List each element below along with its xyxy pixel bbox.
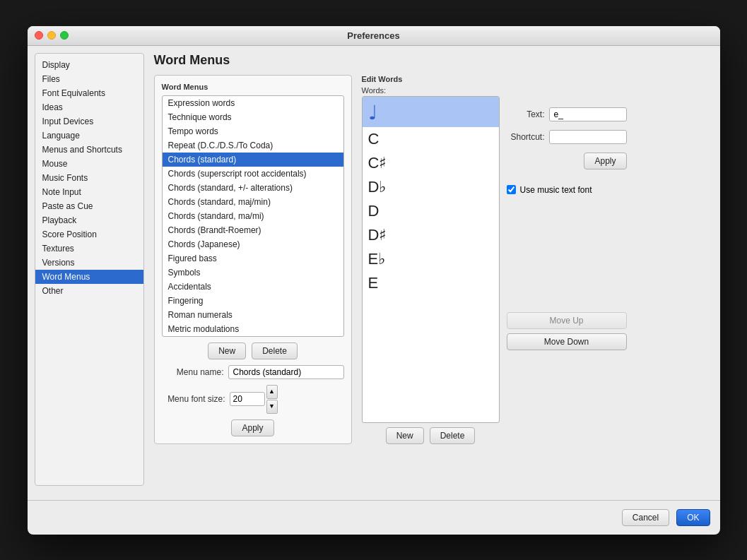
apply-word-button[interactable]: Apply: [584, 153, 626, 169]
words-list[interactable]: ♩CC♯D♭DD♯E♭E: [362, 96, 500, 423]
menu-font-size-label: Menu font size:: [162, 394, 225, 404]
move-up-button[interactable]: Move Up: [507, 312, 627, 329]
word-edit-controls: Text: Shortcut: Apply: [507, 86, 627, 444]
word-list-item[interactable]: D♭: [363, 175, 499, 199]
cancel-button[interactable]: Cancel: [622, 509, 669, 526]
menu-list-item[interactable]: Fingering: [163, 294, 343, 308]
menu-list-item[interactable]: Chords (standard): [163, 153, 343, 167]
sidebar-item-versions[interactable]: Versions: [35, 256, 143, 270]
sidebar: DisplayFilesFont EquivalentsIdeasInput D…: [35, 53, 144, 486]
menu-list-item[interactable]: Chords (standard, +/- alterations): [163, 181, 343, 195]
page-title: Word Menus: [154, 53, 713, 68]
sidebar-item-mouse[interactable]: Mouse: [35, 157, 143, 171]
shortcut-input[interactable]: [549, 130, 627, 144]
new-word-button[interactable]: New: [386, 427, 424, 444]
font-size-input[interactable]: [230, 392, 265, 406]
menu-font-size-row: Menu font size: ▲ ▼: [162, 385, 344, 414]
sidebar-item-playback[interactable]: Playback: [35, 213, 143, 227]
menu-name-label: Menu name:: [162, 367, 224, 377]
menu-list-item[interactable]: Repeat (D.C./D.S./To Coda): [163, 138, 343, 153]
font-size-spinner: ▲ ▼: [230, 385, 278, 414]
word-list-item[interactable]: D♯: [363, 223, 499, 247]
menu-list-item[interactable]: Chords (standard, maj/min): [163, 195, 343, 209]
music-text-font-row: Use music text font: [507, 185, 627, 195]
sidebar-item-display[interactable]: Display: [35, 58, 143, 72]
sidebar-item-music-fonts[interactable]: Music Fonts: [35, 171, 143, 185]
word-list-item[interactable]: E: [363, 271, 499, 295]
minimize-button[interactable]: [47, 31, 56, 40]
sidebar-item-input-devices[interactable]: Input Devices: [35, 114, 143, 129]
sidebar-item-word-menus[interactable]: Word Menus: [35, 270, 143, 284]
edit-words-content: Words: ♩CC♯D♭DD♯E♭E New Delete Text:: [362, 86, 627, 444]
word-list-item[interactable]: C♯: [363, 151, 499, 175]
preferences-window: Preferences DisplayFilesFont Equivalents…: [28, 26, 720, 535]
new-menu-button[interactable]: New: [208, 342, 246, 359]
ok-button[interactable]: OK: [676, 509, 710, 526]
sidebar-item-menus-shortcuts[interactable]: Menus and Shortcuts: [35, 143, 143, 157]
menu-list-item[interactable]: Accidentals: [163, 280, 343, 294]
edit-words-section: Edit Words Words: ♩CC♯D♭DD♯E♭E New Delet…: [362, 75, 627, 444]
menu-list[interactable]: Expression wordsTechnique wordsTempo wor…: [162, 95, 344, 337]
menu-list-item[interactable]: Chords (Japanese): [163, 237, 343, 251]
font-size-down-button[interactable]: ▼: [266, 400, 278, 414]
words-column: Words: ♩CC♯D♭DD♯E♭E New Delete: [362, 86, 500, 444]
menu-name-row: Menu name:: [162, 365, 344, 379]
text-label: Text:: [507, 109, 545, 119]
title-bar: Preferences: [28, 26, 720, 46]
words-btn-row: New Delete: [362, 427, 500, 444]
edit-words-label: Edit Words: [362, 75, 627, 83]
word-list-item[interactable]: C: [363, 127, 499, 151]
word-list-item[interactable]: E♭: [363, 247, 499, 271]
word-menus-panel-label: Word Menus: [162, 83, 344, 91]
menu-list-item[interactable]: Tempo words: [163, 124, 343, 138]
word-menus-panel: Word Menus Expression wordsTechnique wor…: [154, 75, 352, 444]
menu-list-item[interactable]: Figured bass: [163, 251, 343, 266]
use-music-text-font-checkbox[interactable]: [507, 185, 516, 194]
sidebar-item-other[interactable]: Other: [35, 284, 143, 298]
use-music-text-font-label: Use music text font: [520, 185, 592, 195]
move-btn-group: Move Up Move Down: [507, 312, 627, 350]
footer-bar: Cancel OK: [28, 500, 720, 535]
sidebar-item-textures[interactable]: Textures: [35, 242, 143, 256]
delete-menu-button[interactable]: Delete: [252, 342, 298, 359]
sidebar-item-ideas[interactable]: Ideas: [35, 100, 143, 114]
content-area: DisplayFilesFont EquivalentsIdeasInput D…: [28, 46, 720, 493]
delete-word-button[interactable]: Delete: [430, 427, 476, 444]
shortcut-row: Shortcut:: [507, 130, 627, 144]
sidebar-item-paste-as-cue[interactable]: Paste as Cue: [35, 199, 143, 213]
menu-list-item[interactable]: Chords (Brandt-Roemer): [163, 223, 343, 237]
main-panel: Word Menus Word Menus Expression wordsTe…: [154, 53, 713, 486]
menu-list-item[interactable]: Metric modulations: [163, 322, 343, 336]
menu-list-item[interactable]: Technique words: [163, 110, 343, 124]
menu-list-item[interactable]: Chords (superscript root accidentals): [163, 167, 343, 181]
sidebar-item-files[interactable]: Files: [35, 72, 143, 86]
traffic-lights: [35, 31, 69, 40]
close-button[interactable]: [35, 31, 43, 40]
words-label: Words:: [362, 86, 500, 95]
window-title: Preferences: [347, 30, 399, 41]
shortcut-label: Shortcut:: [507, 132, 545, 142]
menu-btn-row: New Delete: [162, 342, 344, 359]
apply-menu-button[interactable]: Apply: [231, 419, 273, 436]
sidebar-item-score-position[interactable]: Score Position: [35, 227, 143, 242]
panels-container: Word Menus Expression wordsTechnique wor…: [154, 75, 713, 444]
move-down-button[interactable]: Move Down: [507, 333, 627, 350]
menu-list-item[interactable]: Chords (standard, ma/mi): [163, 209, 343, 223]
menu-name-input[interactable]: [228, 365, 344, 379]
menu-list-item[interactable]: Symbols: [163, 266, 343, 280]
sidebar-item-language[interactable]: Language: [35, 129, 143, 143]
word-list-item[interactable]: D: [363, 199, 499, 223]
maximize-button[interactable]: [60, 31, 69, 40]
text-input[interactable]: [549, 107, 627, 121]
sidebar-item-note-input[interactable]: Note Input: [35, 185, 143, 199]
word-list-item[interactable]: ♩: [363, 97, 499, 127]
text-row: Text:: [507, 107, 627, 121]
sidebar-item-font-equivalents[interactable]: Font Equivalents: [35, 86, 143, 100]
menu-list-item[interactable]: Roman numerals: [163, 308, 343, 322]
font-size-up-button[interactable]: ▲: [266, 385, 278, 399]
menu-list-item[interactable]: Expression words: [163, 96, 343, 110]
